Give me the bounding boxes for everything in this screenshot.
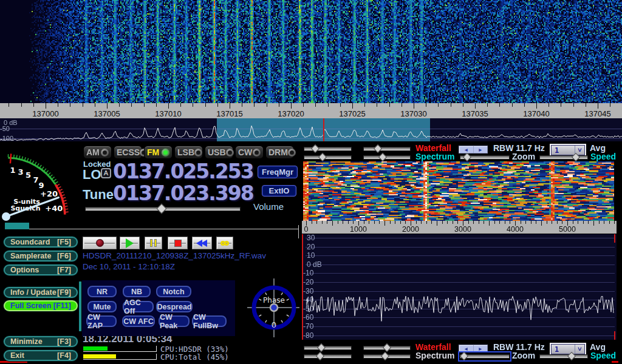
slider-thumb[interactable]: [463, 153, 471, 161]
play-button[interactable]: [120, 237, 140, 249]
scale-tick: [416, 221, 417, 224]
slider-thumb[interactable]: [374, 144, 382, 153]
slider-thumb[interactable]: [378, 153, 387, 161]
pause-icon: [154, 239, 157, 247]
rewind-button[interactable]: [192, 237, 212, 249]
slider-thumb[interactable]: [383, 343, 391, 352]
scale-tick: [536, 221, 536, 224]
scale-tick: [583, 221, 584, 224]
slider-thumb[interactable]: [311, 144, 320, 153]
main-waterfall[interactable]: [0, 0, 622, 103]
scale-tick: [479, 221, 479, 224]
mode-label: DRM: [268, 147, 288, 157]
volume-slider[interactable]: [85, 205, 241, 214]
mode-button-ecss[interactable]: ECSS: [114, 146, 142, 159]
audio-spectrum[interactable]: 3020100 dB-10-20-30-40-50-60-70-80: [302, 234, 617, 340]
spectrum-brightness-slider[interactable]: [304, 352, 352, 360]
scroll-left-icon[interactable]: ◂: [459, 146, 474, 153]
scale-tick: [303, 103, 304, 107]
scale-tick: [369, 221, 369, 224]
pause-button[interactable]: [145, 237, 162, 249]
waterfall-contrast-slider[interactable]: [363, 145, 411, 153]
scale-tick: [400, 221, 401, 224]
waterfall-contrast-slider[interactable]: [363, 344, 411, 352]
mode-button-usb[interactable]: USB: [205, 146, 233, 159]
dsp-button-nr[interactable]: NR: [87, 286, 117, 297]
mode-button-fm[interactable]: FM: [144, 146, 173, 159]
waterfall-brightness-slider[interactable]: [304, 145, 352, 153]
slider-thumb[interactable]: [317, 343, 326, 352]
scale-tick: [438, 103, 439, 107]
stop-button[interactable]: [168, 237, 188, 249]
dsp-button-cw-peak[interactable]: CW Peak: [159, 315, 190, 327]
samplerate-button[interactable]: Samplerate[F6]: [4, 251, 78, 261]
button-label: Info / Update: [10, 288, 56, 297]
waterfall-brightness-slider[interactable]: [304, 344, 352, 352]
spectrum-contrast-slider[interactable]: [363, 153, 411, 161]
speed-slider[interactable]: [539, 153, 588, 161]
lo-lock-badge-icon[interactable]: A: [101, 168, 111, 178]
scale-tick: [614, 221, 615, 224]
dsp-button-nb[interactable]: NB: [123, 286, 151, 297]
dsp-button-cw-zap[interactable]: CW ZAP: [86, 315, 117, 327]
zoom-slider[interactable]: [460, 352, 510, 360]
loop-button[interactable]: [216, 237, 233, 249]
wav-filename: HDSDR_20111210_120938Z_137025kHz_RF.wav: [83, 251, 266, 260]
soundcard-button[interactable]: Soundcard[F5]: [4, 237, 78, 248]
scale-label: 137000: [26, 109, 65, 118]
speed-slider[interactable]: [539, 352, 588, 360]
dsp-button-notch[interactable]: Notch: [156, 286, 191, 297]
waterfall-scroll[interactable]: ◂▸: [459, 146, 488, 153]
zoom-slider[interactable]: [460, 153, 510, 161]
frequency-scale[interactable]: 1370001370051370101370151370201370251370…: [0, 103, 622, 118]
dsp-button-cw-afc[interactable]: CW AFC: [122, 315, 155, 327]
dsp-button-mute[interactable]: Mute: [87, 301, 117, 312]
mode-button-am[interactable]: AM: [83, 146, 112, 159]
scale-tick: [217, 103, 218, 107]
mode-led-icon: [162, 149, 169, 157]
minimize-button[interactable]: Minimize[F3]: [4, 336, 78, 347]
scale-tick: [70, 103, 70, 107]
slider-thumb[interactable]: [460, 352, 468, 360]
options-button[interactable]: Options[F7]: [4, 265, 78, 275]
scale-tick: [561, 103, 561, 107]
scroll-right-icon[interactable]: ▸: [474, 146, 488, 153]
audio-frequency-scale[interactable]: 010002000300040005000: [302, 221, 617, 234]
slider-thumb[interactable]: [316, 352, 324, 360]
extio-button[interactable]: ExtIO: [262, 185, 296, 197]
waterfall-contrast-slider-track: [363, 147, 411, 151]
waterfall-brightness-slider-track: [304, 346, 352, 350]
freqmgr-button[interactable]: FreqMgr: [258, 166, 298, 178]
full-screen-button[interactable]: Full Screen[F11]: [4, 300, 78, 311]
dsp-button-cw-fullbw[interactable]: CW FullBw: [192, 315, 227, 327]
slider-thumb[interactable]: [572, 153, 580, 161]
info-update-button[interactable]: Info / Update[F9]: [4, 287, 78, 298]
tune-cursor[interactable]: [323, 118, 324, 141]
button-hotkey: [F3]: [57, 337, 71, 346]
dsp-button-despread[interactable]: Despread: [156, 301, 193, 312]
slider-thumb[interactable]: [318, 153, 327, 161]
main-spectrum[interactable]: 0 dB-50-100: [0, 118, 622, 141]
lo-frequency-display[interactable]: 0137.025.253: [113, 161, 253, 181]
svg-text:3: 3: [18, 167, 24, 177]
dsp-button-agc-off[interactable]: AGC Off: [123, 301, 154, 312]
spectrum-brightness-slider[interactable]: [304, 153, 352, 161]
record-button[interactable]: [83, 237, 117, 249]
exit-button[interactable]: Exit[F4]: [4, 350, 78, 361]
scale-tick: [377, 103, 377, 107]
svg-text:+40: +40: [45, 204, 63, 213]
scale-tick: [586, 103, 586, 107]
volume-thumb[interactable]: [157, 204, 167, 214]
slider-thumb[interactable]: [567, 352, 576, 360]
scale-tick: [193, 103, 193, 107]
svg-text:7: 7: [33, 175, 39, 184]
tune-frequency-display[interactable]: 0137.023.398: [113, 183, 253, 203]
slider-thumb[interactable]: [381, 352, 389, 360]
mode-button-cw[interactable]: CW: [235, 146, 264, 159]
mode-button-drm[interactable]: DRM: [265, 146, 294, 159]
audio-waterfall[interactable]: [303, 161, 614, 221]
spectrum-contrast-slider[interactable]: [363, 352, 411, 360]
scale-tick: [119, 103, 120, 107]
scale-tick: [33, 103, 34, 107]
mode-button-lsb[interactable]: LSB: [174, 146, 203, 159]
